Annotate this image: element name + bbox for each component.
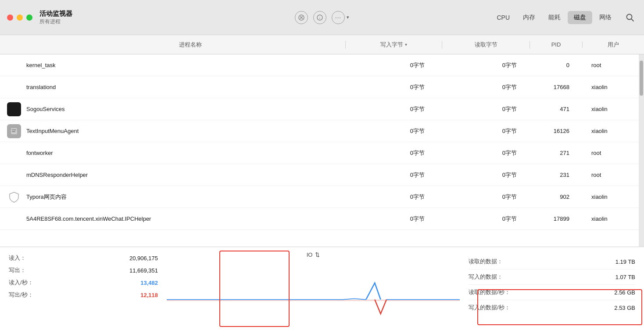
- tab-energy[interactable]: 能耗: [542, 11, 567, 24]
- cell-user: xiaolin: [583, 106, 644, 112]
- cell-pid: 231: [530, 172, 583, 178]
- app-title-block: 活动监视器 所有进程: [39, 10, 72, 25]
- cell-process: TextInputMenuAgent: [0, 124, 346, 138]
- cell-read: 0字节: [442, 127, 530, 135]
- cell-write: 0字节: [346, 61, 442, 69]
- process-name: kernel_task: [26, 62, 55, 68]
- svg-line-6: [631, 19, 633, 21]
- search-button[interactable]: [623, 11, 637, 25]
- stat-write-data: 写入的数据： 1.07 TB: [469, 269, 635, 285]
- stat-read-in: 读入： 20,906,175: [9, 254, 158, 262]
- tab-disk[interactable]: 磁盘: [568, 11, 592, 24]
- svg-rect-9: [12, 131, 15, 132]
- traffic-lights: [7, 14, 32, 21]
- cell-read: 0字节: [442, 61, 530, 69]
- process-name: 5A4RE8SF68.com.tencent.xinWeChat.IPCHelp…: [26, 215, 151, 222]
- cell-write: 0字节: [346, 83, 442, 91]
- cell-user: xiaolin: [583, 215, 644, 222]
- cell-write: 0字节: [346, 105, 442, 113]
- table-row[interactable]: TextInputMenuAgent 0字节 0字节 16126 xiaolin: [0, 120, 644, 142]
- cell-write: 0字节: [346, 193, 442, 201]
- stat-read-data-per-sec: 读取的数据/秒： 2.56 GB: [469, 285, 635, 300]
- icon-placeholder: [7, 168, 21, 182]
- process-name: fontworker: [26, 150, 53, 156]
- close-process-button[interactable]: [295, 11, 308, 24]
- cell-pid: 17668: [530, 84, 583, 90]
- cell-process: SogouServices: [0, 102, 346, 116]
- chart-header[interactable]: IO ⇅: [307, 251, 320, 258]
- cell-pid: 16126: [530, 128, 583, 134]
- col-header-user[interactable]: 用户: [583, 41, 644, 49]
- cell-pid: 902: [530, 194, 583, 200]
- table-row[interactable]: fontworker 0字节 0字节 271 root: [0, 142, 644, 164]
- bottom-panel: 读入： 20,906,175 写出： 11,669,351 读入/秒： 13,4…: [0, 247, 644, 330]
- cell-read: 0字节: [442, 149, 530, 157]
- toolbar-controls: i ··· ▾: [295, 11, 349, 24]
- cell-write: 0字节: [346, 149, 442, 157]
- app-icon: [7, 124, 21, 138]
- stat-read-data: 读取的数据： 1.19 TB: [469, 254, 635, 269]
- table-row[interactable]: mDNSResponderHelper 0字节 0字节 231 root: [0, 164, 644, 186]
- titlebar: 活动监视器 所有进程 i ··· ▾ CPU 内存 能耗 磁盘 网络: [0, 0, 644, 35]
- cell-process: translationd: [0, 80, 346, 94]
- cell-write: 0字节: [346, 171, 442, 179]
- cell-process: 5A4RE8SF68.com.tencent.xinWeChat.IPCHelp…: [0, 212, 346, 226]
- column-header: 进程名称 写入字节 ▾ 读取字节 PID 用户: [0, 35, 644, 54]
- cell-user: xiaolin: [583, 84, 644, 90]
- stat-write-out: 写出： 11,669,351: [9, 266, 158, 274]
- process-name: TextInputMenuAgent: [26, 128, 79, 134]
- app-icon: [7, 102, 21, 116]
- app-subtitle: 所有进程: [39, 18, 72, 25]
- scrollbar[interactable]: [639, 54, 644, 247]
- table-row[interactable]: 5A4RE8SF68.com.tencent.xinWeChat.IPCHelp…: [0, 208, 644, 230]
- process-name: mDNSResponderHelper: [26, 172, 88, 178]
- info-button[interactable]: i: [313, 11, 326, 24]
- close-button[interactable]: [7, 14, 13, 21]
- process-name: SogouServices: [26, 106, 64, 112]
- cell-user: xiaolin: [583, 128, 644, 134]
- svg-rect-8: [12, 129, 16, 130]
- icon-placeholder: [7, 80, 21, 94]
- io-label: IO: [307, 251, 313, 258]
- cell-read: 0字节: [442, 193, 530, 201]
- table-row[interactable]: SogouServices 0字节 0字节 471 xiaolin: [0, 98, 644, 120]
- cell-read: 0字节: [442, 171, 530, 179]
- tab-network[interactable]: 网络: [593, 11, 618, 24]
- more-dropdown[interactable]: ··· ▾: [332, 11, 349, 24]
- cell-user: root: [583, 62, 644, 68]
- col-header-read[interactable]: 读取字节: [442, 41, 530, 49]
- col-header-pid[interactable]: PID: [530, 41, 583, 48]
- cell-pid: 0: [530, 62, 583, 68]
- table-row[interactable]: translationd 0字节 0字节 17668 xiaolin: [0, 76, 644, 98]
- svg-text:i: i: [319, 16, 321, 20]
- cell-pid: 271: [530, 150, 583, 156]
- stat-read-per-sec: 读入/秒： 13,482: [9, 279, 158, 287]
- col-header-process[interactable]: 进程名称: [0, 41, 346, 49]
- chart-canvas: [167, 262, 460, 319]
- process-name: Typora网页内容: [26, 193, 67, 201]
- minimize-button[interactable]: [17, 14, 23, 21]
- tab-cpu[interactable]: CPU: [490, 11, 516, 24]
- table-body: kernel_task 0字节 0字节 0 root translationd …: [0, 54, 644, 247]
- cell-pid: 471: [530, 106, 583, 112]
- sort-arrow-write: ▾: [405, 42, 407, 47]
- cell-read: 0字节: [442, 105, 530, 113]
- icon-placeholder: [7, 146, 21, 160]
- scrollbar-thumb[interactable]: [640, 61, 643, 96]
- cell-process: Typora网页内容: [0, 190, 346, 204]
- cell-read: 0字节: [442, 83, 530, 91]
- cell-process: fontworker: [0, 146, 346, 160]
- cell-user: root: [583, 172, 644, 178]
- cell-read: 0字节: [442, 215, 530, 223]
- stat-write-per-sec: 写出/秒： 12,118: [9, 291, 158, 299]
- cell-write: 0字节: [346, 127, 442, 135]
- more-icon[interactable]: ···: [332, 11, 345, 24]
- col-header-write[interactable]: 写入字节 ▾: [346, 41, 442, 49]
- table-row[interactable]: Typora网页内容 0字节 0字节 902 xiaolin: [0, 186, 644, 208]
- maximize-button[interactable]: [26, 14, 32, 21]
- tab-memory[interactable]: 内存: [517, 11, 541, 24]
- cell-pid: 17899: [530, 215, 583, 222]
- app-title: 活动监视器: [39, 10, 72, 18]
- table-row[interactable]: kernel_task 0字节 0字节 0 root: [0, 54, 644, 76]
- cell-write: 0字节: [346, 215, 442, 223]
